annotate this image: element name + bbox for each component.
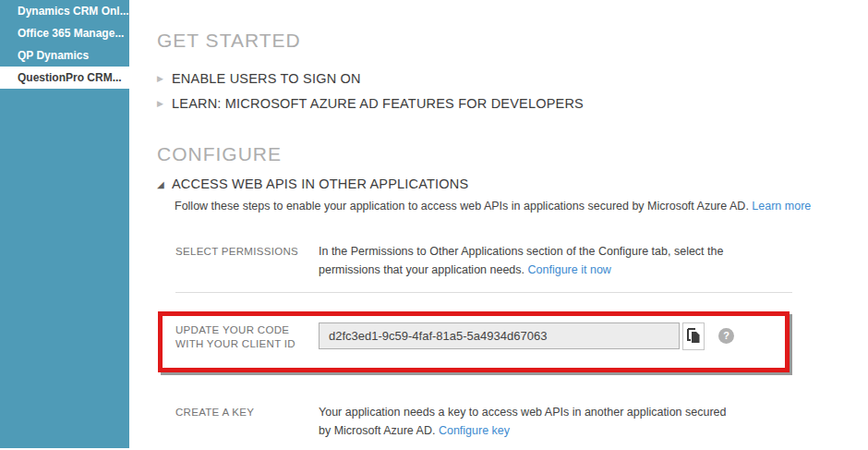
select-permissions-text: In the Permissions to Other Applications… — [319, 242, 734, 279]
create-key-label: CREATE A KEY — [175, 403, 319, 440]
sidebar-item-questionpro-crm[interactable]: QuestionPro CRM... — [0, 67, 129, 89]
get-started-heading: GET STARTED — [157, 29, 813, 52]
client-id-controls: ? — [319, 321, 734, 351]
section-label: ENABLE USERS TO SIGN ON — [172, 70, 361, 88]
client-id-input[interactable] — [319, 322, 680, 349]
sidebar-item-office-365[interactable]: Office 365 Manage... — [0, 22, 129, 44]
select-permissions-label: SELECT PERMISSIONS — [175, 242, 319, 279]
section-access-web-apis[interactable]: ◢ ACCESS WEB APIS IN OTHER APPLICATIONS — [157, 176, 813, 193]
section-label: LEARN: MICROSOFT AZURE AD FEATURES FOR D… — [172, 95, 584, 113]
section-learn-azure-ad-features[interactable]: ▶ LEARN: MICROSOFT AZURE AD FEATURES FOR… — [157, 95, 813, 113]
configure-steps-table: SELECT PERMISSIONS In the Permissions to… — [175, 242, 792, 440]
row-separator — [175, 292, 792, 293]
applications-sidebar: Dynamics CRM Onl... Office 365 Manage...… — [0, 0, 129, 448]
client-id-label: UPDATE YOUR CODE WITH YOUR CLIENT ID — [175, 321, 319, 351]
expanded-triangle-icon: ◢ — [157, 176, 172, 193]
configure-key-link[interactable]: Configure key — [439, 424, 510, 437]
client-id-row: UPDATE YOUR CODE WITH YOUR CLIENT ID ? — [175, 321, 792, 351]
section-label: ACCESS WEB APIS IN OTHER APPLICATIONS — [172, 176, 468, 193]
help-icon[interactable]: ? — [718, 328, 734, 344]
application-quickstart-panel: GET STARTED ▶ ENABLE USERS TO SIGN ON ▶ … — [157, 0, 813, 440]
copy-icon — [686, 328, 700, 344]
row-text: Your application needs a key to access w… — [319, 406, 727, 437]
configure-heading: CONFIGURE — [157, 142, 813, 165]
section-enable-users-sign-on[interactable]: ▶ ENABLE USERS TO SIGN ON — [157, 70, 813, 88]
description-text: Follow these steps to enable your applic… — [175, 200, 749, 213]
chevron-right-icon: ▶ — [157, 70, 172, 88]
access-web-apis-description: Follow these steps to enable your applic… — [175, 199, 813, 214]
create-key-row: CREATE A KEY Your application needs a ke… — [175, 403, 792, 440]
learn-more-link[interactable]: Learn more — [752, 200, 811, 213]
chevron-right-icon: ▶ — [157, 95, 172, 113]
create-key-text: Your application needs a key to access w… — [319, 403, 734, 440]
copy-button[interactable] — [682, 322, 705, 350]
configure-it-now-link[interactable]: Configure it now — [528, 263, 611, 276]
sidebar-item-qp-dynamics[interactable]: QP Dynamics — [0, 44, 129, 67]
sidebar-item-dynamics-crm[interactable]: Dynamics CRM Onl... — [0, 0, 129, 22]
row-text: In the Permissions to Other Applications… — [319, 245, 723, 276]
select-permissions-row: SELECT PERMISSIONS In the Permissions to… — [175, 242, 792, 279]
